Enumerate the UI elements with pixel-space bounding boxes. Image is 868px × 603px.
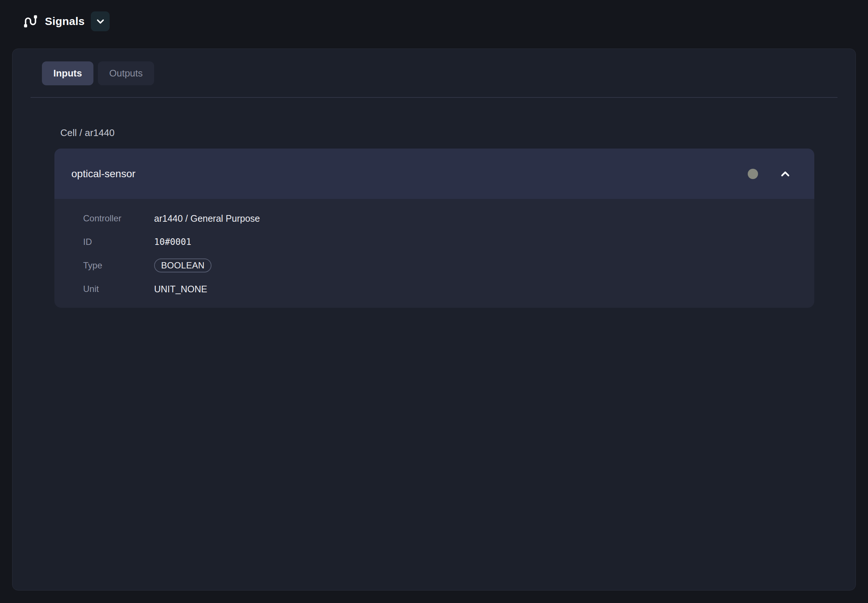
detail-row-controller: Controller ar1440 / General Purpose: [54, 207, 814, 230]
signal-card: optical-sensor Controller ar1440 / Gener…: [54, 148, 814, 308]
chevron-down-icon: [96, 17, 105, 26]
tab-outputs[interactable]: Outputs: [98, 62, 154, 85]
cable-icon: [22, 13, 39, 30]
detail-row-id: ID 10#0001: [54, 230, 814, 254]
tab-divider: [31, 97, 837, 98]
detail-label: Unit: [83, 284, 154, 294]
type-badge: BOOLEAN: [154, 258, 212, 272]
detail-label: ID: [83, 237, 154, 247]
signal-card-header[interactable]: optical-sensor: [54, 148, 814, 199]
chevron-up-icon[interactable]: [780, 169, 791, 179]
id-value: 10#0001: [154, 237, 814, 247]
detail-row-type: Type BOOLEAN: [54, 254, 814, 277]
header-dropdown-button[interactable]: [91, 11, 110, 31]
breadcrumb: Cell / ar1440: [60, 127, 114, 139]
controller-value: ar1440 / General Purpose: [154, 213, 814, 224]
unit-value: UNIT_NONE: [154, 284, 814, 295]
tab-inputs[interactable]: Inputs: [42, 62, 93, 85]
tab-bar: Inputs Outputs: [42, 62, 154, 85]
detail-label: Controller: [83, 213, 154, 224]
status-dot: [748, 169, 758, 179]
detail-label: Type: [83, 260, 154, 271]
signal-card-body: Controller ar1440 / General Purpose ID 1…: [54, 199, 814, 301]
page-title: Signals: [45, 15, 85, 28]
signals-panel: Inputs Outputs Cell / ar1440 optical-sen…: [12, 48, 856, 591]
detail-row-unit: Unit UNIT_NONE: [54, 277, 814, 301]
topbar: Signals: [22, 11, 110, 32]
signal-name: optical-sensor: [71, 168, 748, 180]
